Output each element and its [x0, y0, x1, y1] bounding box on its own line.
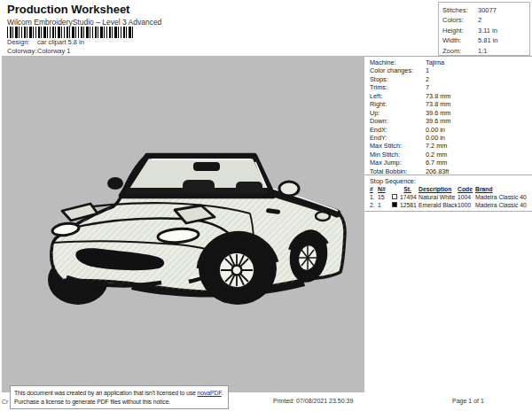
- design-value: car clipart 5.8 in: [37, 38, 84, 46]
- design-row: Design: car clipart 5.8 in: [7, 38, 29, 46]
- stat-value: 30077: [478, 6, 497, 14]
- stat-label: Height:: [442, 27, 464, 35]
- stat-colors: Colors: 2: [442, 16, 529, 26]
- divider: [364, 211, 532, 212]
- stat-stitches: Stitches: 30077: [442, 6, 529, 16]
- notice-line-1: This document was created by an applicat…: [14, 389, 224, 398]
- cell-description: Emerald Black: [419, 202, 458, 208]
- cell-description: Natural White: [419, 194, 458, 200]
- stat-value: 1:1: [478, 47, 487, 55]
- page-number: Page 1 of 1: [452, 398, 484, 404]
- info-label: Min Stitch:: [370, 151, 400, 159]
- col-code: Code: [458, 186, 475, 192]
- machine-info-panel: Machine:Tajima Color changes:1 Stops:2 T…: [364, 56, 532, 392]
- cell-code: 1000: [458, 202, 475, 208]
- stat-value: 2: [478, 16, 481, 24]
- info-label: EndX:: [370, 126, 387, 134]
- info-value: 1: [426, 66, 429, 74]
- cell-code: 1004: [458, 194, 475, 200]
- col-st: St.: [392, 186, 419, 192]
- info-label: Color changes:: [370, 66, 413, 74]
- info-value: 73.8 mm: [426, 92, 450, 100]
- info-value: 2: [426, 75, 429, 83]
- design-stats-box: Stitches: 30077 Colors: 2 Height: 3.11 i…: [438, 2, 530, 56]
- cell-st: 17494: [400, 194, 419, 200]
- thread-color-swatch: [392, 194, 397, 199]
- info-label: Up:: [370, 109, 379, 117]
- colorway-row: Colorway: Colorway 1: [7, 47, 36, 55]
- colorway-value: Colorway 1: [37, 47, 71, 55]
- machine-info-list: Machine:Tajima Color changes:1 Stops:2 T…: [370, 58, 529, 175]
- cell-brand: Madeira Classic 40: [475, 202, 530, 208]
- info-label: Max Jump:: [370, 159, 402, 167]
- info-label: Machine:: [370, 58, 396, 66]
- info-label: Left:: [370, 92, 382, 100]
- col-n: N#: [378, 186, 392, 192]
- notice-line-2: Purchase a license to generate PDF files…: [14, 398, 224, 407]
- stat-height: Height: 3.11 in: [442, 27, 529, 36]
- design-label: Design:: [7, 38, 29, 46]
- design-canvas: [2, 56, 364, 392]
- embroidery-design-car: [27, 137, 365, 337]
- cell-n: 1: [378, 202, 392, 208]
- barcode-icon: [7, 27, 133, 38]
- info-label: Right:: [370, 100, 387, 108]
- col-num: #: [370, 186, 378, 192]
- stat-label: Width:: [442, 36, 461, 44]
- stat-value: 3.11 in: [478, 27, 497, 35]
- stat-width: Width: 5.81 in: [442, 36, 529, 46]
- stat-value: 5.81 in: [478, 36, 498, 44]
- notice-text: .: [222, 390, 223, 396]
- info-value: 0.2 mm: [426, 151, 447, 159]
- info-value: Tajima: [426, 58, 444, 66]
- colorway-label: Colorway:: [7, 47, 36, 55]
- page-title: Production Worksheet: [7, 3, 129, 16]
- info-value: 6.7 mm: [426, 159, 447, 167]
- stop-sequence-title: Stop Sequence:: [370, 177, 416, 185]
- app-subtitle: Wilcom EmbroideryStudio – Level 3 Advanc…: [7, 18, 161, 27]
- thread-color-swatch: [392, 202, 397, 207]
- cell-brand: Madeira Classic 40: [475, 194, 530, 200]
- cell-num: 2.: [370, 202, 378, 208]
- info-label: Max Stitch:: [370, 142, 402, 150]
- col-brand: Brand: [475, 186, 530, 192]
- stat-label: Zoom:: [442, 47, 461, 55]
- info-label: Down:: [370, 117, 388, 125]
- info-label: Trims:: [370, 83, 387, 91]
- stat-label: Colors:: [442, 16, 464, 24]
- info-value: 73.8 mm: [426, 100, 450, 108]
- stat-label: Stitches:: [442, 6, 468, 14]
- printed-timestamp: Printed: 07/08/2021 23.50.39: [273, 398, 353, 404]
- info-value: 7: [426, 83, 429, 91]
- info-value: 39.6 mm: [426, 109, 450, 117]
- cell-num: 1.: [370, 194, 378, 200]
- info-label: Stops:: [370, 75, 388, 83]
- info-value: 39.6 mm: [426, 117, 450, 125]
- info-value: 0.00 in: [426, 126, 445, 134]
- stop-sequence-row: 1. 15 17494 Natural White 1004 Madeira C…: [370, 193, 530, 201]
- info-label: EndY:: [370, 134, 387, 142]
- notice-text: This document was created by an applicat…: [14, 390, 198, 396]
- cell-st: 12581: [400, 202, 419, 208]
- clipped-created-text: Cr: [2, 399, 8, 405]
- novapdf-notice-box: This document was created by an applicat…: [10, 385, 229, 409]
- stop-sequence-row: 2. 1 12581 Emerald Black 1000 Madeira Cl…: [370, 201, 530, 209]
- info-value: 7.2 mm: [426, 142, 447, 150]
- cell-n: 15: [378, 194, 392, 200]
- stop-sequence-table: # N# St. Description Code Brand 1. 15 17…: [370, 185, 530, 209]
- novapdf-link[interactable]: novaPDF: [198, 390, 222, 396]
- stop-sequence-header: # N# St. Description Code Brand: [370, 185, 530, 193]
- production-worksheet-page: Production Worksheet Wilcom EmbroiderySt…: [0, 0, 532, 411]
- divider: [364, 174, 532, 175]
- col-description: Description: [419, 186, 458, 192]
- info-value: 0.00 in: [426, 134, 445, 142]
